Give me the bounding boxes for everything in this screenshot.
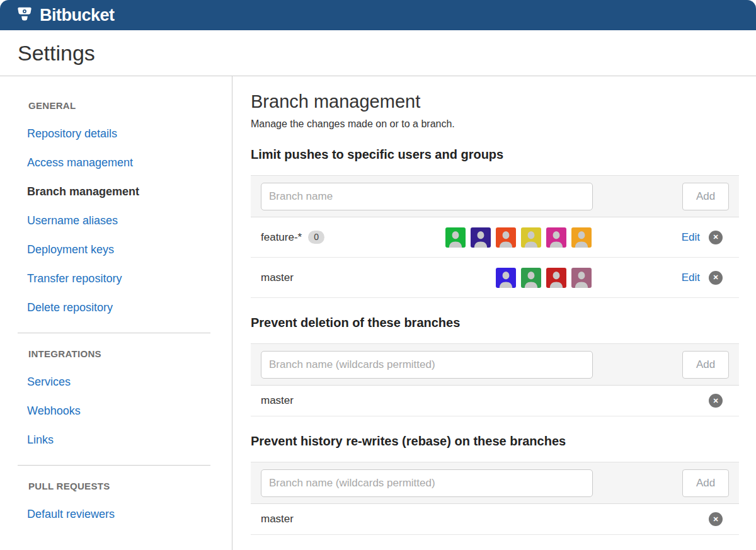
branch-rule-row: master✕ xyxy=(251,386,739,416)
branch-name-label: feature-* xyxy=(261,231,302,244)
close-icon: ✕ xyxy=(713,397,718,405)
main-sections: Limit pushes to specific users and group… xyxy=(251,147,739,535)
avatar-group xyxy=(496,268,592,288)
add-button[interactable]: Add xyxy=(682,469,729,497)
user-avatar xyxy=(546,227,566,248)
sidebar-item-services[interactable]: Services xyxy=(27,376,232,388)
branch-name-input[interactable] xyxy=(261,351,593,379)
add-button[interactable]: Add xyxy=(682,183,729,210)
sidebar-item-default-reviewers[interactable]: Default reviewers xyxy=(27,508,232,520)
sidebar-section-heading-general: GENERAL xyxy=(28,100,232,111)
remove-button[interactable]: ✕ xyxy=(709,271,723,285)
sidebar-item-username-aliases[interactable]: Username aliases xyxy=(27,215,232,227)
user-avatar xyxy=(471,227,491,248)
remove-button[interactable]: ✕ xyxy=(709,394,723,408)
remove-button[interactable]: ✕ xyxy=(709,512,723,526)
branch-rule-row: master✕ xyxy=(251,504,739,535)
page-title: Settings xyxy=(18,41,95,66)
sidebar-divider xyxy=(18,333,210,333)
user-count-badge: 0 xyxy=(308,231,324,244)
top-nav-bar: Bitbucket xyxy=(0,0,756,30)
row-actions: Edit✕ xyxy=(679,271,723,285)
branch-rule-row: masterEdit✕ xyxy=(251,258,739,298)
add-button[interactable]: Add xyxy=(682,351,729,379)
user-avatar xyxy=(521,227,541,248)
row-actions: Edit✕ xyxy=(679,231,723,244)
branch-name-label: master xyxy=(261,394,294,407)
remove-button[interactable]: ✕ xyxy=(709,231,723,244)
branch-name-label: master xyxy=(261,513,294,525)
row-actions: ✕ xyxy=(679,394,723,408)
edit-button[interactable]: Edit xyxy=(682,272,700,284)
branch-add-form: Add xyxy=(251,175,739,217)
user-avatar xyxy=(521,268,541,288)
sidebar-item-access-management[interactable]: Access management xyxy=(27,157,232,169)
sidebar-item-repository-details[interactable]: Repository details xyxy=(27,128,232,140)
user-avatar xyxy=(571,268,592,288)
user-avatar xyxy=(445,227,466,248)
sidebar-divider xyxy=(18,465,210,466)
user-avatar xyxy=(546,268,566,288)
user-avatar xyxy=(496,227,516,248)
sidebar-section-heading-integrations: INTEGRATIONS xyxy=(28,348,232,359)
branch-name-label: master xyxy=(261,272,294,284)
close-icon: ✕ xyxy=(713,233,718,241)
sidebar-item-transfer-repository[interactable]: Transfer repository xyxy=(27,273,232,285)
sidebar-item-links[interactable]: Links xyxy=(27,434,232,446)
edit-button[interactable]: Edit xyxy=(682,231,700,244)
branch-rule-row: feature-*0Edit✕ xyxy=(251,217,739,258)
sidebar-section-heading-pull-requests: PULL REQUESTS xyxy=(28,481,232,491)
row-actions: ✕ xyxy=(679,512,723,526)
branch-add-form: Add xyxy=(251,343,739,386)
section-heading-prevent-history-re-writes-rebase-on-these-branches: Prevent history re-writes (rebase) on th… xyxy=(251,434,739,449)
sidebar-item-delete-repository[interactable]: Delete repository xyxy=(27,302,232,314)
page: Bitbucket Settings GENERALRepository det… xyxy=(0,0,756,550)
avatar-group xyxy=(445,227,592,248)
sidebar: GENERALRepository detailsAccess manageme… xyxy=(0,76,232,550)
sidebar-item-deployment-keys[interactable]: Deployment keys xyxy=(27,244,232,256)
body-layout: GENERALRepository detailsAccess manageme… xyxy=(0,76,756,550)
main-title: Branch management xyxy=(251,91,739,112)
brand-wordmark: Bitbucket xyxy=(40,6,115,25)
close-icon: ✕ xyxy=(713,515,718,524)
user-avatar xyxy=(496,268,516,288)
section-heading-prevent-deletion-of-these-branches: Prevent deletion of these branches xyxy=(251,316,739,330)
bitbucket-logo[interactable]: Bitbucket xyxy=(15,6,115,25)
main-subtitle: Manage the changes made on or to a branc… xyxy=(251,118,739,130)
main-content: Branch management Manage the changes mad… xyxy=(232,76,756,550)
branch-name-input[interactable] xyxy=(261,469,593,497)
branch-add-form: Add xyxy=(251,462,739,504)
user-avatar xyxy=(571,227,592,248)
bucket-icon xyxy=(15,6,34,25)
close-icon: ✕ xyxy=(713,273,718,282)
branch-name-input[interactable] xyxy=(261,183,593,210)
section-heading-limit-pushes-to-specific-users-and-groups: Limit pushes to specific users and group… xyxy=(251,147,739,162)
page-header: Settings xyxy=(0,30,756,76)
sidebar-item-branch-management[interactable]: Branch management xyxy=(27,186,232,198)
sidebar-item-webhooks[interactable]: Webhooks xyxy=(27,405,232,417)
